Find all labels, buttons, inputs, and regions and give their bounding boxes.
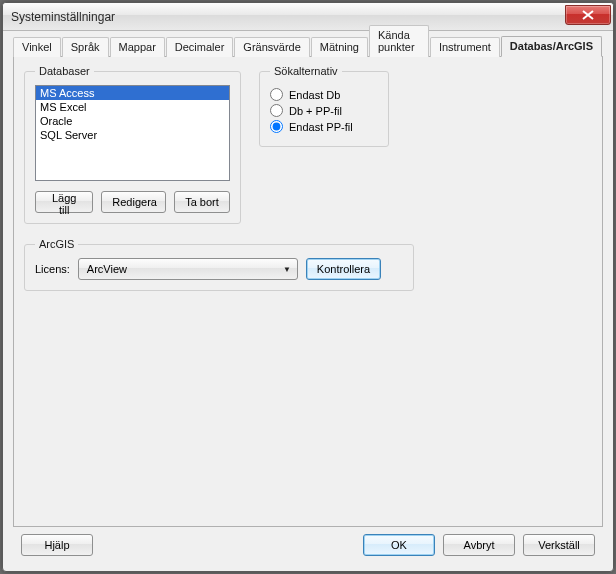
tab-databas-arcgis[interactable]: Databas/ArcGIS: [501, 36, 602, 57]
tab-matning[interactable]: Mätning: [311, 37, 368, 57]
tab-kanda-punkter[interactable]: Kända punkter: [369, 25, 429, 57]
tab-sprak[interactable]: Språk: [62, 37, 109, 57]
tab-decimaler[interactable]: Decimaler: [166, 37, 234, 57]
licens-label: Licens:: [35, 263, 70, 275]
radio-endast-ppfil[interactable]: Endast PP-fil: [270, 120, 378, 133]
tab-label: Vinkel: [22, 41, 52, 53]
ok-button[interactable]: OK: [363, 534, 435, 556]
sokalternativ-legend: Sökalternativ: [270, 65, 342, 77]
close-button[interactable]: [565, 5, 611, 25]
radio-input[interactable]: [270, 120, 283, 133]
tab-label: Instrument: [439, 41, 491, 53]
kontrollera-button[interactable]: Kontrollera: [306, 258, 381, 280]
radio-db-ppfil[interactable]: Db + PP-fil: [270, 104, 378, 117]
databaser-group: Databaser MS Access MS Excel Oracle SQL …: [24, 65, 241, 224]
tab-label: Kända punkter: [378, 29, 415, 53]
sokalternativ-group: Sökalternativ Endast Db Db + PP-fil Enda…: [259, 65, 389, 147]
radio-label: Endast PP-fil: [289, 121, 353, 133]
remove-button[interactable]: Ta bort: [174, 191, 230, 213]
chevron-down-icon: ▼: [283, 265, 291, 274]
arcgis-legend: ArcGIS: [35, 238, 78, 250]
tabstrip: Vinkel Språk Mappar Decimaler Gränsvärde…: [13, 35, 603, 57]
tab-mappar[interactable]: Mappar: [110, 37, 165, 57]
add-button[interactable]: Lägg till: [35, 191, 93, 213]
databaser-legend: Databaser: [35, 65, 94, 77]
list-item-label: Oracle: [40, 115, 72, 127]
tab-vinkel[interactable]: Vinkel: [13, 37, 61, 57]
arcgis-group: ArcGIS Licens: ArcView ▼ Kontrollera: [24, 238, 414, 291]
edit-button[interactable]: Redigera: [101, 191, 166, 213]
radio-input[interactable]: [270, 88, 283, 101]
apply-button[interactable]: Verkställ: [523, 534, 595, 556]
radio-input[interactable]: [270, 104, 283, 117]
tab-content: Databaser MS Access MS Excel Oracle SQL …: [13, 57, 603, 527]
tab-label: Mappar: [119, 41, 156, 53]
tab-label: Mätning: [320, 41, 359, 53]
tab-label: Språk: [71, 41, 100, 53]
list-item-label: MS Access: [40, 87, 94, 99]
help-button[interactable]: Hjälp: [21, 534, 93, 556]
list-item-label: SQL Server: [40, 129, 97, 141]
dialog-body: Vinkel Språk Mappar Decimaler Gränsvärde…: [3, 31, 613, 571]
radio-label: Endast Db: [289, 89, 340, 101]
cancel-button[interactable]: Avbryt: [443, 534, 515, 556]
dialog-window: Systeminställningar Vinkel Språk Mappar …: [2, 2, 614, 572]
tab-gransvarde[interactable]: Gränsvärde: [234, 37, 309, 57]
dialog-footer: Hjälp OK Avbryt Verkställ: [11, 527, 605, 563]
window-title: Systeminställningar: [11, 10, 565, 24]
list-item[interactable]: MS Excel: [36, 100, 229, 114]
radio-label: Db + PP-fil: [289, 105, 342, 117]
list-item-label: MS Excel: [40, 101, 86, 113]
tab-label: Gränsvärde: [243, 41, 300, 53]
list-item[interactable]: MS Access: [36, 86, 229, 100]
list-item[interactable]: SQL Server: [36, 128, 229, 142]
list-item[interactable]: Oracle: [36, 114, 229, 128]
tab-instrument[interactable]: Instrument: [430, 37, 500, 57]
titlebar: Systeminställningar: [3, 3, 613, 31]
databaser-listbox[interactable]: MS Access MS Excel Oracle SQL Server: [35, 85, 230, 181]
close-icon: [582, 10, 594, 20]
tab-label: Databas/ArcGIS: [510, 40, 593, 52]
licens-value: ArcView: [87, 263, 127, 275]
radio-endast-db[interactable]: Endast Db: [270, 88, 378, 101]
tab-label: Decimaler: [175, 41, 225, 53]
licens-combo[interactable]: ArcView ▼: [78, 258, 298, 280]
